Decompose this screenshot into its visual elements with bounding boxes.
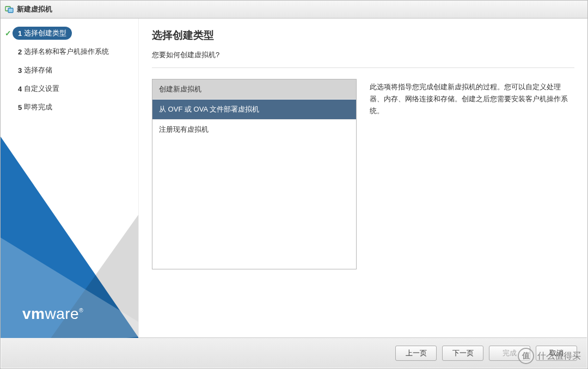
check-icon: ✓ [4,29,13,38]
step-1[interactable]: ✓ 1 选择创建类型 [1,24,138,42]
titlebar: 新建虚拟机 [1,1,587,19]
watermark-text: 什么值得买 [537,350,581,362]
option-deploy-ovf-ova[interactable]: 从 OVF 或 OVA 文件部署虚拟机 [152,100,356,120]
step-4[interactable]: 4 自定义设置 [1,79,138,98]
step-num: 5 [18,103,22,112]
svg-rect-1 [8,8,13,13]
step-num: 1 [18,29,22,38]
page-title: 选择创建类型 [152,28,574,42]
next-button[interactable]: 下一页 [442,346,483,361]
step-num: 4 [18,85,22,93]
watermark-icon: 值 [518,348,534,364]
option-register-existing-vm[interactable]: 注册现有虚拟机 [152,120,356,139]
sidebar-decoration [1,109,139,338]
step-3[interactable]: 3 选择存储 [1,61,138,79]
creation-type-list: 创建新虚拟机 从 OVF 或 OVA 文件部署虚拟机 注册现有虚拟机 [152,79,357,269]
option-create-new-vm[interactable]: 创建新虚拟机 [152,79,356,100]
page-subtitle: 您要如何创建虚拟机? [152,50,574,60]
titlebar-title: 新建虚拟机 [17,4,52,14]
step-num: 3 [18,66,22,75]
wizard-footer: 上一页 下一页 完成 取消 [1,337,587,368]
step-label: 选择创建类型 [24,28,66,38]
step-5[interactable]: 5 即将完成 [1,98,138,116]
step-num: 2 [18,48,22,56]
main-panel: 选择创建类型 您要如何创建虚拟机? 创建新虚拟机 从 OVF 或 OVA 文件部… [139,19,587,338]
option-description: 此选项将指导您完成创建新虚拟机的过程。您可以自定义处理器、内存、网络连接和存储。… [370,79,574,269]
step-label: 即将完成 [24,102,52,112]
back-button[interactable]: 上一页 [395,346,437,361]
vm-icon [5,5,14,14]
wizard-sidebar: ✓ 1 选择创建类型 2 选择名称和客户机操作系统 3 选择存储 [1,19,139,338]
watermark: 值 什么值得买 [518,348,581,364]
vmware-logo: vmware® [22,305,83,323]
step-label: 选择存储 [24,65,52,75]
step-2[interactable]: 2 选择名称和客户机操作系统 [1,42,138,61]
divider [152,67,574,68]
step-label: 自定义设置 [24,84,59,94]
step-label: 选择名称和客户机操作系统 [24,47,109,57]
